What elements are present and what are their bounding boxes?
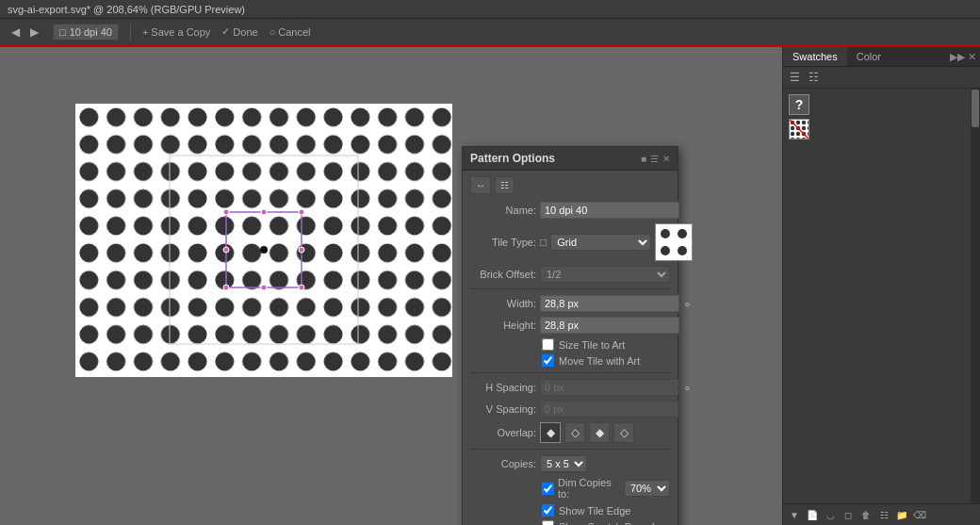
svg-point-8 — [261, 209, 267, 215]
overlap-label: Overlap: — [470, 427, 536, 438]
canvas-area[interactable]: Pattern Options ■ ☰ ✕ ↔ ☷ Name: — [0, 47, 782, 525]
dim-copies-select[interactable]: 70% 50% 30% — [624, 480, 670, 497]
brick-offset-select[interactable]: 1/2 1/3 2/3 — [540, 266, 670, 283]
grid-tool-btn[interactable]: ☷ — [495, 176, 514, 194]
svg-point-16 — [678, 246, 687, 255]
forward-arrow[interactable]: ▶ — [26, 25, 41, 40]
new-color-group-icon[interactable]: ◡ — [823, 507, 838, 522]
h-spacing-label: H Spacing: — [470, 382, 536, 393]
brick-offset-row: Brick Offset: 1/2 1/3 2/3 — [470, 266, 670, 283]
swatch-pattern-1[interactable] — [789, 119, 809, 139]
brick-offset-label: Brick Offset: — [470, 269, 536, 280]
height-input[interactable] — [540, 317, 679, 334]
save-copy-label: Save a Copy — [151, 26, 210, 38]
tile-type-label: Tile Type: — [470, 237, 536, 248]
cancel-icon: ○ — [270, 26, 276, 38]
name-input[interactable] — [540, 202, 679, 219]
swatches-scrollbar-thumb[interactable] — [972, 90, 979, 127]
name-row: Name: — [470, 202, 670, 219]
title-bar: svg-ai-export.svg* @ 208,64% (RGB/GPU Pr… — [0, 0, 980, 19]
h-spacing-row: H Spacing: ∘ — [470, 379, 670, 396]
width-label: Width: — [470, 298, 536, 309]
dialog-toolbar: ↔ ☷ — [470, 176, 670, 194]
swatches-toolbar: ☰ ☷ — [783, 67, 980, 89]
app-title: svg-ai-export.svg* @ 208,64% (RGB/GPU Pr… — [8, 4, 245, 15]
toolbar-separator — [130, 24, 131, 41]
cancel-label: Cancel — [278, 26, 310, 38]
cancel-button[interactable]: ○ Cancel — [270, 26, 311, 38]
move-tile-checkbox[interactable] — [542, 354, 554, 367]
svg-point-14 — [678, 229, 687, 238]
dpi-icon: □ — [59, 26, 66, 38]
size-tile-row: Size Tile to Art — [470, 338, 670, 351]
svg-rect-1 — [75, 104, 452, 377]
list-view-icon[interactable]: ☰ — [787, 70, 802, 85]
grid-view-icon[interactable]: ☷ — [806, 70, 821, 85]
panel-menu-icon[interactable]: ▶▶ — [950, 51, 965, 63]
tab-swatches[interactable]: Swatches — [783, 47, 847, 66]
divider-1 — [470, 288, 670, 289]
dim-copies-row: Dim Copies to: 70% 50% 30% — [470, 477, 670, 500]
dialog-body: ↔ ☷ Name: Tile Type: □ Grid Brick by Ro — [463, 171, 678, 525]
new-swatch-icon[interactable]: ◻ — [841, 507, 856, 522]
svg-point-11 — [299, 247, 304, 253]
move-tool-btn[interactable]: ↔ — [470, 176, 491, 194]
trash-icon[interactable]: ⌫ — [912, 507, 927, 522]
tile-type-select[interactable]: Grid Brick by Row Brick by Column Hex by… — [550, 234, 651, 251]
show-swatch-bounds-checkbox[interactable] — [542, 520, 554, 525]
preview-svg — [657, 225, 691, 259]
svg-point-13 — [661, 229, 670, 238]
overlap-btn-1[interactable]: ◆ — [540, 422, 561, 443]
delete-swatch-icon[interactable]: 🗑 — [858, 507, 874, 522]
swatches-panel: Swatches Color ▶▶ ✕ ☰ ☷ ? — [782, 47, 980, 525]
dots-pattern-svg — [75, 104, 452, 377]
dialog-controls: ■ ☰ ✕ — [641, 154, 670, 164]
dim-copies-label: Dim Copies to: — [558, 477, 620, 500]
panel-close-icon[interactable]: ✕ — [968, 51, 976, 63]
v-spacing-row: V Spacing: — [470, 401, 670, 418]
show-kinds-menu-icon[interactable]: ▼ — [787, 507, 802, 522]
overlap-btn-4[interactable]: ◇ — [613, 422, 634, 443]
dialog-menu-icon[interactable]: ☰ — [650, 154, 659, 164]
name-label: Name: — [470, 205, 536, 216]
size-tile-label: Size Tile to Art — [559, 339, 625, 351]
size-tile-checkbox[interactable] — [542, 338, 554, 351]
swatches-content: ? — [783, 89, 980, 503]
folder-icon[interactable]: 📁 — [894, 507, 909, 522]
move-tile-label: Move Tile with Art — [559, 355, 640, 367]
svg-point-7 — [299, 285, 304, 290]
copies-label: Copies: — [470, 458, 536, 469]
back-arrow[interactable]: ◀ — [8, 25, 23, 40]
width-input[interactable] — [540, 295, 679, 312]
svg-point-6 — [223, 285, 229, 290]
v-spacing-input[interactable] — [540, 401, 679, 418]
svg-point-10 — [223, 247, 229, 253]
options-icon[interactable]: ☷ — [876, 507, 891, 522]
swatch-libraries-icon[interactable]: 📄 — [805, 507, 820, 522]
h-spacing-input[interactable] — [540, 379, 679, 396]
svg-point-12 — [260, 246, 268, 254]
tile-type-preview — [655, 223, 693, 261]
dialog-title: Pattern Options — [470, 152, 555, 165]
tab-color[interactable]: Color — [847, 47, 890, 66]
done-label: Done — [233, 26, 257, 38]
dialog-expand-icon[interactable]: ■ — [641, 154, 646, 164]
overlap-btn-3[interactable]: ◆ — [589, 422, 610, 443]
dpi-value: 10 dpi 40 — [70, 26, 112, 38]
link-width-height-icon[interactable]: ∘ — [683, 296, 692, 311]
done-button[interactable]: ✓ Done — [221, 25, 257, 38]
dialog-close-icon[interactable]: ✕ — [662, 154, 670, 164]
main-area: Pattern Options ■ ☰ ✕ ↔ ☷ Name: — [0, 47, 980, 525]
copies-select[interactable]: 5 x 5 3 x 3 7 x 7 — [540, 455, 587, 472]
plus-icon: + — [142, 26, 148, 38]
link-spacing-icon[interactable]: ∘ — [683, 380, 692, 395]
overlap-btn-2[interactable]: ◇ — [564, 422, 585, 443]
swatches-scrollbar[interactable] — [971, 89, 980, 503]
v-spacing-label: V Spacing: — [470, 403, 536, 415]
save-copy-button[interactable]: + Save a Copy — [142, 26, 210, 38]
show-swatch-bounds-row: Show Swatch Bounds — [470, 520, 670, 525]
swatch-none[interactable]: ? — [789, 94, 809, 115]
height-label: Height: — [470, 320, 536, 331]
dim-copies-checkbox[interactable] — [542, 483, 554, 495]
show-tile-edge-checkbox[interactable] — [542, 504, 554, 517]
